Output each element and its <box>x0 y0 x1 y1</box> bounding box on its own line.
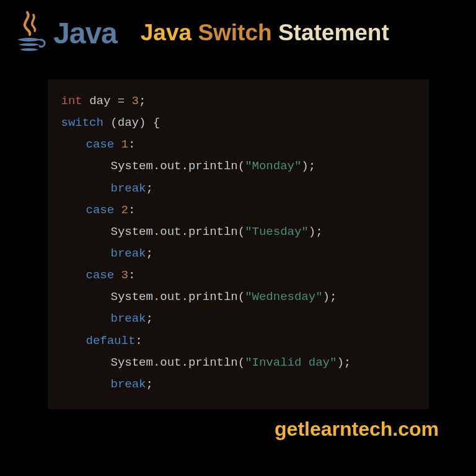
java-logo-text: Java <box>53 16 117 50</box>
code-line: System.out.println("Tuesday"); <box>61 221 415 243</box>
header: Java Java Switch Statement <box>0 0 476 61</box>
code-line: System.out.println("Invalid day"); <box>61 352 415 374</box>
code-line: break; <box>61 374 415 395</box>
code-line: System.out.println("Wednesday"); <box>61 286 415 308</box>
code-line: int day = 3; <box>61 90 415 112</box>
code-line: switch (day) { <box>61 112 415 134</box>
code-line: break; <box>61 308 415 330</box>
code-line: case 3: <box>61 265 415 286</box>
title-word-1: Java <box>141 20 192 45</box>
code-line: break; <box>61 243 415 265</box>
footer-link: getlearntech.com <box>0 409 476 441</box>
code-line: case 1: <box>61 134 415 156</box>
code-line: System.out.println("Monday"); <box>61 156 415 177</box>
code-line: break; <box>61 178 415 200</box>
code-block: int day = 3; switch (day) { case 1: Syst… <box>48 79 429 409</box>
title-word-3: Statement <box>278 20 389 45</box>
java-cup-icon <box>12 11 46 55</box>
title-word-2: Switch <box>198 20 271 45</box>
code-line: default: <box>61 330 415 352</box>
code-line: case 2: <box>61 200 415 221</box>
java-logo: Java <box>12 11 117 55</box>
page-title: Java Switch Statement <box>141 20 389 46</box>
